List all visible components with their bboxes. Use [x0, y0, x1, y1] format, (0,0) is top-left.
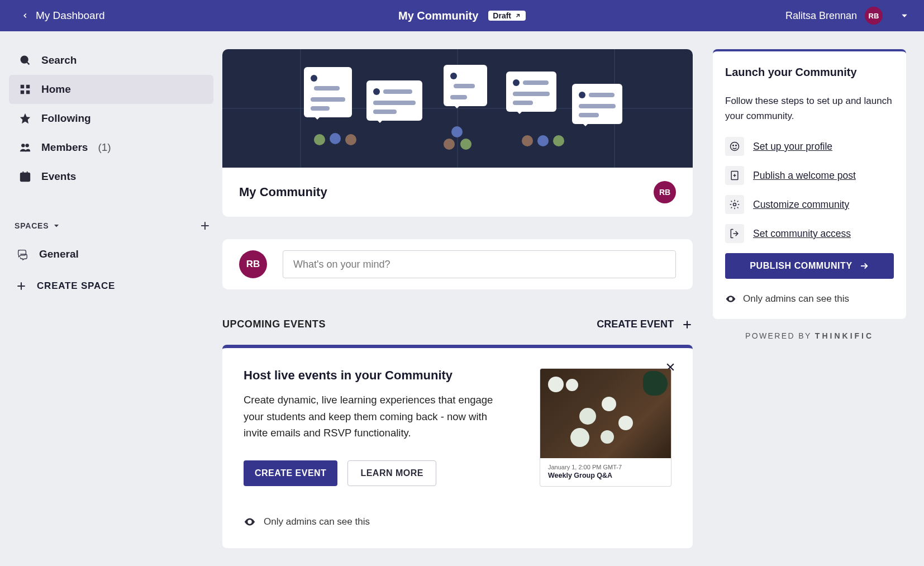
doc-plus-icon: [729, 170, 740, 181]
search-icon: [19, 54, 31, 66]
promo-body: Create dynamic, live learning experience…: [244, 392, 508, 441]
eye-icon: [244, 516, 256, 528]
calendar-icon: [19, 170, 31, 183]
eye-icon: [725, 293, 736, 305]
community-title: My Community: [398, 9, 478, 22]
events-header: UPCOMING EVENTS CREATE EVENT: [222, 318, 693, 330]
composer-avatar: RB: [239, 250, 267, 278]
svg-marker-0: [902, 15, 907, 17]
topbar-center: My Community Draft: [398, 9, 526, 22]
events-header-label: UPCOMING EVENTS: [222, 318, 326, 330]
community-hero: My Community RB: [222, 49, 693, 217]
svg-marker-7: [20, 113, 30, 123]
spaces-header: SPACES +: [9, 212, 213, 239]
promo-title: Host live events in your Community: [244, 368, 508, 383]
smile-icon: [729, 141, 740, 152]
topbar: My Dashboard My Community Draft Ralitsa …: [0, 0, 924, 31]
create-event-link[interactable]: CREATE EVENT: [597, 318, 693, 330]
hero-banner: [222, 49, 693, 168]
learn-more-button[interactable]: LEARN MORE: [347, 460, 436, 486]
hero-title: My Community: [239, 185, 327, 199]
sidebar-item-label: Search: [41, 54, 77, 66]
svg-line-2: [27, 62, 29, 64]
event-preview-card: January 1, 2:00 PM GMT-7 Weekly Group Q&…: [540, 368, 671, 487]
sidebar-item-home[interactable]: Home: [9, 75, 213, 104]
launch-step-label: Set community access: [753, 228, 851, 240]
space-item-general[interactable]: General: [9, 239, 213, 269]
plus-icon: [682, 319, 693, 330]
svg-point-1: [21, 56, 28, 63]
avatar: RB: [865, 7, 883, 25]
right-rail: Launch your Community Follow these steps…: [713, 31, 924, 566]
create-event-button[interactable]: CREATE EVENT: [244, 460, 337, 486]
space-label: General: [39, 248, 79, 260]
chat-bubbles-icon: [16, 248, 29, 260]
svg-point-35: [730, 298, 731, 300]
spaces-toggle[interactable]: SPACES: [15, 221, 60, 230]
powered-by: POWERED BY THINKIFIC: [713, 331, 906, 340]
members-count: (1): [98, 141, 111, 154]
people-icon: [19, 141, 31, 154]
launch-step-post[interactable]: Publish a welcome post: [725, 166, 894, 185]
svg-point-32: [734, 203, 736, 206]
launch-step-access[interactable]: Set community access: [725, 224, 894, 243]
sidebar-item-label: Following: [41, 112, 91, 125]
svg-rect-3: [21, 85, 24, 88]
sidebar-item-search[interactable]: Search: [9, 46, 213, 75]
chevron-left-icon: [21, 12, 29, 20]
svg-rect-4: [26, 85, 30, 88]
launch-title: Launch your Community: [725, 66, 894, 79]
svg-point-25: [249, 521, 251, 523]
svg-marker-14: [54, 225, 59, 227]
launch-step-profile[interactable]: Set up your profile: [725, 137, 894, 156]
event-title: Weekly Group Q&A: [548, 472, 663, 479]
grid-icon: [19, 83, 31, 96]
launch-subtitle: Follow these steps to set up and launch …: [725, 93, 894, 123]
svg-point-9: [25, 144, 28, 147]
launch-step-label: Set up your profile: [753, 141, 832, 153]
plus-icon: [16, 280, 27, 292]
sidebar-item-label: Events: [41, 170, 76, 183]
svg-point-27: [733, 145, 734, 146]
event-preview-image: [540, 369, 671, 458]
back-label: My Dashboard: [36, 9, 105, 22]
add-space-button[interactable]: +: [201, 217, 210, 235]
hero-avatar[interactable]: RB: [654, 181, 676, 203]
admin-note: Only admins can see this: [725, 293, 894, 305]
chevron-down-icon[interactable]: [901, 12, 908, 20]
main-content: My Community RB RB UPCOMING EVENTS CREAT…: [222, 31, 713, 566]
draft-label: Draft: [493, 11, 511, 20]
create-space-button[interactable]: CREATE SPACE: [9, 269, 213, 303]
svg-point-26: [731, 142, 739, 151]
sidebar-item-label: Members: [41, 141, 88, 154]
gear-icon: [729, 199, 740, 210]
external-link-icon: [515, 12, 521, 19]
sidebar-item-following[interactable]: Following: [9, 104, 213, 133]
svg-rect-10: [21, 173, 30, 182]
event-date: January 1, 2:00 PM GMT-7: [548, 464, 663, 470]
chevron-down-icon: [53, 222, 60, 229]
launch-step-customize[interactable]: Customize community: [725, 195, 894, 214]
topbar-user[interactable]: Ralitsa Brennan RB: [785, 7, 908, 25]
svg-rect-5: [21, 91, 24, 94]
svg-rect-6: [26, 91, 30, 94]
svg-point-8: [21, 144, 25, 147]
launch-step-label: Publish a welcome post: [753, 170, 856, 182]
arrow-right-icon: [859, 261, 869, 271]
composer-input[interactable]: [283, 250, 676, 278]
svg-point-28: [736, 145, 737, 146]
draft-badge[interactable]: Draft: [488, 11, 526, 21]
launch-card: Launch your Community Follow these steps…: [713, 49, 906, 319]
sidebar-item-members[interactable]: Members (1): [9, 133, 213, 162]
admin-note: Only admins can see this: [244, 516, 671, 528]
exit-icon: [729, 228, 740, 239]
sidebar-item-events[interactable]: Events: [9, 162, 213, 191]
publish-community-button[interactable]: PUBLISH COMMUNITY: [725, 253, 894, 279]
user-name: Ralitsa Brennan: [785, 10, 857, 22]
star-icon: [19, 112, 31, 125]
sidebar-item-label: Home: [41, 83, 71, 96]
events-promo-card: Host live events in your Community Creat…: [222, 345, 693, 548]
post-composer[interactable]: RB: [222, 239, 693, 289]
launch-step-label: Customize community: [753, 199, 849, 211]
sidebar: Search Home Following Members (1) Events…: [0, 31, 222, 566]
